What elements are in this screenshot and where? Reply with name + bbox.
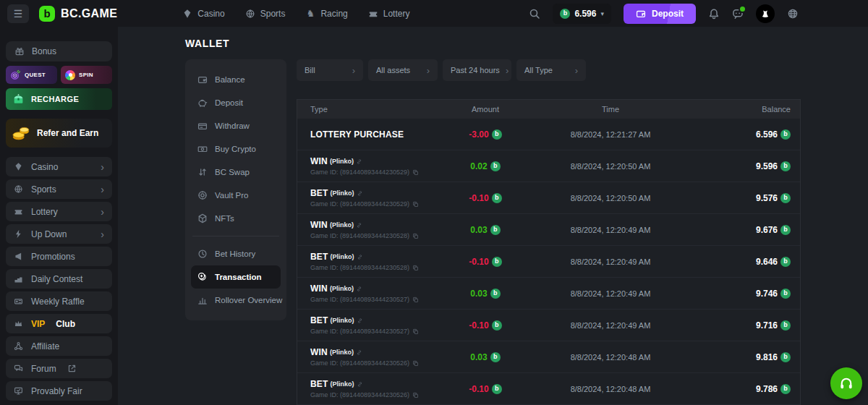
transactions-panel: Bill›All assets›Past 24 hours›All Type› … — [297, 59, 801, 405]
copy-icon[interactable] — [412, 233, 419, 239]
sidebar-item-lottery[interactable]: Lottery› — [6, 202, 112, 221]
game-name: (Plinko) — [330, 285, 354, 292]
balance-cell: 9.816b — [692, 352, 800, 362]
table-body: LOTTERY PURCHASE-3.00b8/8/2024, 12:21:27… — [297, 119, 800, 405]
wallet-menu-divider — [192, 236, 279, 236]
wallet-menu-nfts[interactable]: NFTs — [191, 207, 281, 230]
link-icon[interactable] — [356, 158, 362, 165]
game-id-text: Game ID: (891440893444230528) — [310, 232, 409, 239]
type-line: LOTTERY PURCHASE — [310, 129, 442, 140]
racing-icon: ♞ — [305, 9, 315, 19]
time-cell: 8/8/2024, 12:20:49 AM — [529, 257, 692, 266]
copy-icon[interactable] — [412, 201, 419, 208]
refer-and-earn-card[interactable]: Refer and Earn — [6, 119, 112, 148]
wallet-menu-label: Bet History — [215, 250, 255, 258]
link-icon[interactable] — [357, 190, 363, 197]
wheel-icon — [65, 70, 75, 80]
wallet-menu-label: Withdraw — [215, 122, 250, 130]
sports-icon — [245, 9, 255, 19]
wallet-menu-deposit[interactable]: Deposit — [191, 91, 281, 114]
language-globe-icon[interactable] — [787, 8, 799, 20]
wallet-menu-withdraw[interactable]: Withdraw — [191, 114, 281, 137]
sidebar-item-casino[interactable]: Casino› — [6, 157, 112, 176]
wallet-menu-label: Balance — [215, 75, 245, 84]
search-icon[interactable] — [529, 8, 540, 20]
spin-card[interactable]: SPIN — [61, 66, 112, 84]
deposit-button[interactable]: Deposit — [624, 4, 696, 24]
sidebar-item-bonus[interactable]: Bonus — [6, 41, 112, 61]
balance-selector[interactable]: b 6.596 ▾ — [553, 4, 611, 24]
balance-cell: 9.576b — [692, 193, 800, 203]
link-icon[interactable] — [357, 381, 363, 388]
piggy-icon — [197, 98, 208, 108]
sidebar-item-promotions[interactable]: Promotions — [6, 247, 112, 266]
game-name: (Plinko) — [331, 253, 354, 260]
game-id-text: Game ID: (891440893444230527) — [310, 296, 409, 303]
filter-past-24-hours[interactable]: Past 24 hours› — [443, 59, 511, 81]
type-line: BET(Plinko) — [310, 315, 442, 325]
filter-all-type[interactable]: All Type› — [516, 59, 586, 81]
sidebar-item-provably-fair[interactable]: Provably Fair — [6, 381, 112, 401]
casino-icon — [14, 162, 23, 171]
chat-icon[interactable] — [732, 8, 744, 20]
quest-spin-row: QUEST SPIN — [6, 66, 112, 84]
wallet-menu-transaction[interactable]: Transaction — [191, 265, 281, 289]
chevron-right-icon: › — [575, 66, 578, 75]
transaction-type: WIN — [310, 347, 328, 357]
chest-icon — [12, 93, 25, 106]
sidebar-item-forum[interactable]: Forum — [6, 359, 112, 378]
coin-icon: b — [560, 9, 570, 19]
topbar-nav-casino[interactable]: Casino — [182, 9, 224, 19]
vip-icon — [14, 319, 23, 328]
time-cell: 8/8/2024, 12:20:48 AM — [529, 385, 692, 393]
table-header: TypeAmountTimeBalance — [297, 100, 800, 119]
quest-card[interactable]: QUEST — [6, 66, 57, 84]
nav-label: Sports — [260, 9, 286, 19]
link-icon[interactable] — [357, 254, 363, 260]
link-icon[interactable] — [357, 317, 363, 324]
link-icon[interactable] — [356, 286, 362, 292]
wallet-menu-vault-pro[interactable]: Vault Pro — [191, 184, 281, 207]
link-icon[interactable] — [356, 222, 362, 229]
notifications-bell-icon[interactable] — [708, 8, 720, 20]
sidebar-item-vip-club[interactable]: VIPClub — [6, 314, 112, 333]
type-line: WIN(Plinko) — [310, 347, 442, 357]
sidebar-item-daily-contest[interactable]: Daily Contest — [6, 269, 112, 289]
copy-icon[interactable] — [412, 169, 419, 176]
topbar-nav-lottery[interactable]: Lottery — [368, 9, 410, 19]
wallet-menu-bc-swap[interactable]: BC Swap — [191, 161, 281, 184]
balance-icon — [197, 74, 208, 85]
menu-toggle-button[interactable]: ☰ — [7, 4, 29, 23]
table-row: BET(Plinko)Game ID: (891440893444230527)… — [297, 309, 800, 341]
balance-cell: 9.646b — [692, 257, 800, 267]
topbar-nav-sports[interactable]: Sports — [245, 9, 286, 19]
recharge-card[interactable]: RECHARGE — [6, 88, 112, 110]
wallet-menu-bet-history[interactable]: Bet History — [191, 242, 281, 265]
support-button[interactable] — [830, 367, 862, 399]
copy-icon[interactable] — [412, 297, 419, 303]
copy-icon[interactable] — [412, 392, 419, 398]
link-icon[interactable] — [356, 349, 362, 356]
vip-label-gold: VIP — [31, 319, 45, 329]
copy-icon[interactable] — [412, 360, 419, 367]
wallet-menu-buy-crypto[interactable]: Buy Crypto — [191, 137, 281, 161]
filter-all-assets[interactable]: All assets› — [368, 59, 438, 81]
sidebar-item-sports[interactable]: Sports› — [6, 179, 112, 199]
game-id-text: Game ID: (891440893444230526) — [310, 391, 409, 398]
sidebar-item-label: Daily Contest — [31, 274, 82, 284]
copy-icon[interactable] — [412, 328, 419, 335]
sidebar-item-up-down[interactable]: Up Down› — [6, 224, 112, 244]
avatar[interactable] — [756, 4, 775, 23]
sidebar-item-weekly-raffle[interactable]: Weekly Raffle — [6, 291, 112, 311]
wallet-menu-balance[interactable]: Balance — [191, 68, 281, 91]
coin-icon: b — [780, 161, 791, 171]
sidebar-item-affiliate[interactable]: Affiliate — [6, 336, 112, 356]
transaction-type: BET — [310, 188, 328, 198]
amount-value: -0.10 — [469, 193, 488, 203]
copy-icon[interactable] — [412, 265, 419, 271]
coin-icon: b — [490, 225, 501, 235]
wallet-menu-rollover-overview[interactable]: Rollover Overview — [191, 289, 281, 312]
logo[interactable]: b BC.GAME — [39, 6, 117, 22]
topbar-nav-racing[interactable]: ♞Racing — [305, 9, 347, 19]
filter-bill[interactable]: Bill› — [297, 59, 363, 81]
